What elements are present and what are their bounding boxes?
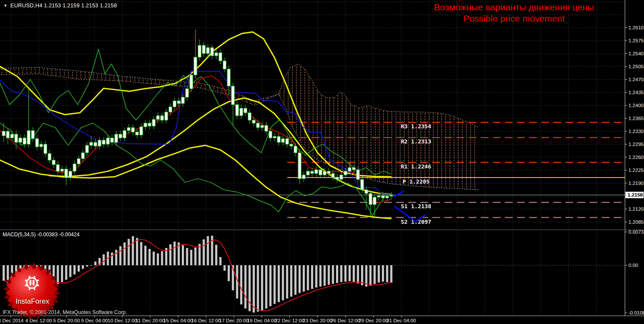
candle	[232, 86, 235, 105]
candle	[27, 130, 30, 144]
time-tick-label: 5 Dec 20:00	[53, 318, 80, 323]
candle	[211, 48, 214, 56]
candle	[127, 127, 130, 130]
candle	[173, 101, 176, 107]
candle	[77, 159, 80, 164]
candle	[123, 130, 126, 138]
price-chart-canvas[interactable]: R3 1.2354R3 1.2354R2 1.2313R2 1.2313R1 1…	[0, 0, 644, 324]
logo-gear-tooth	[25, 285, 27, 286]
time-tick-label: 16 Dec 12:00	[191, 318, 221, 323]
candle	[348, 168, 351, 172]
candle	[352, 168, 355, 170]
candle	[235, 105, 238, 116]
candle	[265, 125, 268, 131]
time-tick-label: 15 Dec 04:00	[163, 318, 193, 323]
candle	[86, 145, 89, 152]
pivot-label-s1: S1 1.2138	[401, 203, 431, 210]
price-tick-label: 1.2295	[628, 142, 644, 147]
macd-scale-label: 0.00	[628, 263, 638, 268]
candle	[206, 48, 209, 54]
price-tick-label: 1.2400	[628, 103, 644, 108]
candle	[286, 139, 289, 144]
price-tick-label: 1.2540	[628, 51, 644, 56]
candle	[331, 174, 334, 178]
candle	[215, 53, 218, 56]
candle	[306, 171, 309, 175]
candle	[361, 179, 364, 190]
candle	[81, 153, 84, 159]
candle	[2, 131, 5, 136]
candle	[15, 134, 18, 143]
candle	[181, 97, 184, 104]
symbol-ohlc-text: EURUSD,H4 1.2153 1.2159 1.2153 1.2158	[10, 3, 117, 9]
candle	[48, 153, 51, 160]
price-tick-label: 1.2190	[628, 181, 644, 186]
time-tick-label: 31 Dec 04:00	[387, 318, 416, 323]
candle	[40, 144, 43, 147]
candle	[302, 175, 305, 179]
logo-gear-tooth	[25, 280, 27, 281]
time-tick-label: 26 Dec 12:00	[331, 318, 360, 323]
logo-gear-tooth	[37, 280, 38, 281]
candle	[240, 108, 243, 116]
candle	[319, 170, 322, 175]
price-tick-label: 1.2225	[628, 168, 644, 173]
logo-gear-bar	[32, 280, 34, 286]
candle	[148, 123, 151, 126]
candle	[298, 153, 301, 179]
price-projection-line[interactable]	[394, 191, 403, 197]
candle	[344, 171, 347, 175]
candle	[102, 140, 105, 144]
candle	[290, 144, 293, 146]
candle	[373, 197, 376, 204]
candle	[282, 139, 285, 143]
symbol-dropdown-icon[interactable]: ▼	[3, 3, 7, 8]
pivot-label-r2: R2 1.2313	[401, 138, 431, 145]
candle	[198, 45, 201, 57]
copyright-text: IFX Trader, © 2001-2014, MetaQuotes Soft…	[3, 309, 127, 315]
candle	[186, 89, 189, 97]
candle	[10, 134, 13, 138]
candle	[35, 139, 38, 147]
candle	[294, 146, 297, 152]
candle	[44, 144, 47, 153]
time-tick-label: 19 Dec 04:00	[247, 318, 276, 323]
candle	[252, 120, 255, 123]
candle	[323, 171, 326, 175]
candle	[340, 175, 343, 179]
candle	[257, 123, 260, 127]
candle	[315, 170, 318, 174]
candle	[60, 169, 63, 171]
macd-panel	[4, 236, 392, 313]
candle	[65, 169, 68, 178]
time-tick-label: 3 Dec 2014	[0, 318, 24, 323]
price-tick-label: 1.2120	[628, 206, 644, 212]
logo-gear-bar	[29, 280, 31, 286]
trading-terminal-chart: R3 1.2354R3 1.2354R2 1.2313R2 1.2313R1 1…	[0, 0, 644, 324]
candle	[52, 160, 55, 165]
candle	[311, 171, 314, 173]
logo-gear-tooth	[34, 276, 35, 278]
candle	[177, 101, 180, 104]
price-tick-label: 1.2330	[628, 129, 644, 134]
candle	[115, 134, 118, 143]
pivot-label-p: P 1.2205	[403, 178, 430, 185]
candle	[19, 138, 22, 142]
instaforex-logo-text: InstaForex	[4, 297, 60, 305]
time-tick-label: 10 Dec 12:00	[108, 318, 137, 323]
price-tick-label: 1.2085	[628, 219, 644, 225]
price-tick-label: 1.2610	[628, 25, 644, 30]
price-tick-label: 1.2435	[628, 90, 644, 95]
candle	[6, 131, 10, 138]
candle	[336, 177, 339, 179]
candle	[386, 196, 389, 198]
candle	[269, 131, 272, 138]
candle	[144, 123, 147, 127]
price-tick-label: 1.2575	[628, 38, 644, 43]
candle	[277, 137, 280, 143]
candle	[106, 138, 109, 144]
candle	[140, 127, 143, 135]
candle	[381, 196, 384, 198]
candle	[365, 190, 368, 194]
candle	[244, 108, 247, 113]
